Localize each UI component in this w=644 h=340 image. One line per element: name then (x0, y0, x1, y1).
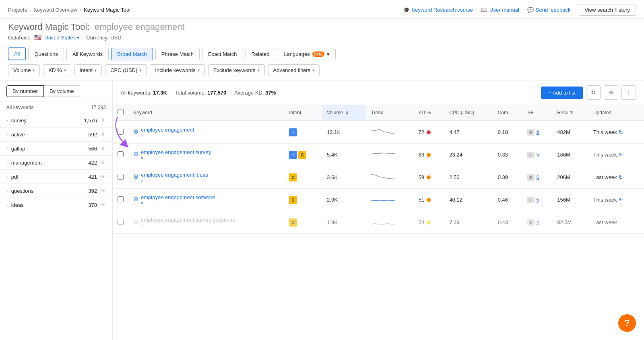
eye-icon[interactable]: 👁 (100, 173, 106, 180)
chevron-down-icon: ▾ (312, 68, 314, 72)
sort-icon: ⬇ (345, 111, 349, 115)
sidebar-item-active[interactable]: › active 592 👁 (0, 128, 112, 142)
tab-languages[interactable]: Languages beta ▾ (278, 48, 336, 60)
database-select[interactable]: United States ▾ (44, 35, 80, 41)
sf-cell: ⊞ 4 (522, 211, 552, 234)
sf-number[interactable]: 4 (536, 220, 539, 225)
add-keyword-icon[interactable]: ⊕ (133, 128, 138, 135)
keyword-arrow-icon[interactable]: » (141, 133, 194, 138)
sort-by-volume-button[interactable]: By volume (44, 85, 80, 97)
table-actions: + Add to list ↻ ⚙ ↑ (541, 85, 636, 100)
sidebar-item-management[interactable]: › management 422 👁 (0, 156, 112, 170)
refresh-icon[interactable]: ↻ (619, 174, 623, 180)
results-cell: 206M (552, 166, 588, 189)
chevron-down-icon: ▾ (327, 51, 330, 57)
tab-related[interactable]: Related (246, 48, 276, 60)
tab-all-keywords[interactable]: All Keywords (66, 48, 109, 60)
volume-filter[interactable]: Volume ▾ (8, 64, 40, 76)
eye-icon[interactable]: 👁 (100, 145, 106, 152)
eye-icon[interactable]: 👁 (100, 117, 106, 124)
add-keyword-icon[interactable]: ⊕ (133, 150, 138, 158)
beta-badge: beta (312, 52, 325, 57)
sf-number[interactable]: 6 (536, 175, 539, 180)
intent-badge-c: C (289, 218, 297, 227)
eye-icon[interactable]: 👁 (100, 202, 106, 208)
refresh-button[interactable]: ↻ (586, 85, 601, 100)
select-all-checkbox[interactable] (118, 109, 124, 115)
sf-number[interactable]: 5 (536, 152, 539, 158)
sidebar-item-gallup[interactable]: › gallup 566 👁 (0, 142, 112, 156)
keyword-link[interactable]: employee engagement survey questions (141, 217, 235, 223)
sidebar-item-pdf[interactable]: › pdf 421 👁 (0, 170, 112, 184)
settings-button[interactable]: ⚙ (604, 85, 618, 100)
row-checkbox[interactable] (118, 174, 124, 180)
row-checkbox[interactable] (118, 219, 124, 225)
keyword-link[interactable]: employee engagement survey (141, 149, 211, 155)
kd-filter[interactable]: KD % ▾ (43, 64, 71, 76)
row-checkbox[interactable] (118, 129, 124, 135)
refresh-icon[interactable]: ↻ (619, 197, 623, 203)
sidebar-item-survey[interactable]: › survey 1,576 👁 (0, 113, 112, 128)
intent-filter[interactable]: Intent ▾ (74, 64, 102, 76)
add-keyword-icon[interactable]: ⊕ (133, 173, 138, 180)
keyword-research-course-link[interactable]: 🎓 Keyword Research course (403, 7, 473, 13)
sort-by-number-button[interactable]: By number (6, 85, 44, 97)
keyword-link[interactable]: employee engagement software (141, 194, 215, 200)
keyword-cell: ⊕ employee engagement survey questions » (128, 211, 284, 234)
add-keyword-icon[interactable]: ⊕ (133, 195, 138, 203)
expand-icon: › (6, 132, 8, 137)
eye-icon[interactable]: 👁 (100, 131, 106, 138)
include-keywords-filter[interactable]: Include keywords ▾ (150, 64, 204, 76)
tab-exact-match[interactable]: Exact Match (202, 48, 243, 60)
advanced-filters[interactable]: Advanced filters ▾ (268, 64, 320, 76)
breadcrumb-keyword-overview[interactable]: Keyword Overview (33, 7, 77, 13)
trend-sparkline (371, 216, 395, 227)
table-row: ⊕ employee engagement ideas » C (113, 166, 644, 189)
intent-cell: C (284, 211, 322, 234)
table-stats: All keywords: 17.3K Total volume: 177,57… (121, 90, 276, 96)
breadcrumb-current: Keyword Magic Tool (84, 7, 130, 13)
refresh-icon[interactable]: ↻ (619, 152, 623, 158)
send-feedback-link[interactable]: 💬 Send feedback (527, 7, 571, 13)
col-volume[interactable]: Volume ⬇ (322, 105, 366, 121)
sf-number[interactable]: 9 (536, 130, 539, 135)
volume-cell: 2.9K (322, 189, 366, 211)
refresh-icon[interactable]: ↻ (619, 129, 623, 135)
eye-icon[interactable]: 👁 (100, 188, 106, 194)
sf-number[interactable]: 5 (536, 197, 539, 203)
breadcrumb-projects[interactable]: Projects (8, 7, 27, 13)
exclude-keywords-filter[interactable]: Exclude keywords ▾ (208, 64, 265, 76)
tab-all[interactable]: All (8, 47, 26, 60)
us-flag-icon: 🇺🇸 (34, 34, 42, 41)
results-cell: 156M (552, 189, 588, 211)
sidebar-item-ideas[interactable]: › ideas 378 👁 (0, 198, 112, 212)
keyword-arrow-icon[interactable]: » (141, 155, 211, 160)
feedback-icon: 💬 (527, 7, 534, 13)
intent-badge-i: I (289, 151, 297, 159)
keyword-arrow-icon[interactable]: » (141, 200, 215, 205)
eye-icon[interactable]: 👁 (100, 159, 106, 166)
keyword-link[interactable]: employee engagement (141, 127, 194, 133)
kd-cell: 72 (414, 121, 445, 144)
help-bubble[interactable]: ? (618, 314, 636, 332)
page-title: Keyword Magic Tool: employee engagement (8, 22, 636, 32)
keyword-arrow-icon[interactable]: » (141, 178, 208, 183)
add-to-list-button[interactable]: + Add to list (541, 87, 583, 99)
cpc-filter[interactable]: CPC (USD) ▾ (105, 64, 147, 76)
trend-sparkline (371, 148, 395, 160)
row-checkbox[interactable] (118, 151, 124, 157)
keyword-link[interactable]: employee engagement ideas (141, 172, 208, 178)
chevron-down-icon: ▾ (33, 68, 35, 72)
user-manual-link[interactable]: 📖 User manual (481, 7, 519, 13)
volume-cell: 12.1K (322, 121, 366, 144)
table-row: ⊕ employee engagement software » C (113, 189, 644, 211)
tab-questions[interactable]: Questions (28, 48, 64, 60)
tab-broad-match[interactable]: Broad Match (111, 48, 153, 60)
view-search-history-button[interactable]: View search history (579, 4, 636, 16)
export-button[interactable]: ↑ (621, 85, 636, 100)
tab-phrase-match[interactable]: Phrase Match (155, 48, 200, 60)
row-checkbox[interactable] (118, 196, 124, 202)
keyword-arrow-icon[interactable]: » (141, 223, 235, 228)
sidebar-item-questions[interactable]: › questions 392 👁 (0, 184, 112, 198)
chevron-down-icon: ▾ (198, 68, 200, 72)
